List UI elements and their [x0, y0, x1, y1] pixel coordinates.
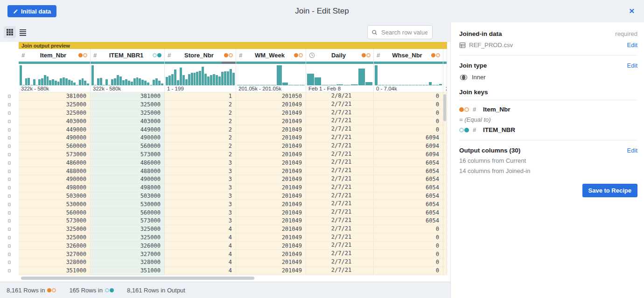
- save-to-recipe-button[interactable]: Save to Recipe: [582, 184, 638, 197]
- cell[interactable]: 0: [374, 225, 443, 234]
- cell[interactable]: 6054: [374, 175, 443, 184]
- column-histogram[interactable]: [91, 64, 164, 85]
- cell[interactable]: [443, 225, 447, 234]
- cell[interactable]: 573000: [19, 151, 91, 159]
- vertical-scrollbar[interactable]: [443, 94, 446, 121]
- cell[interactable]: 6094: [374, 151, 443, 159]
- column-header[interactable]: #WM_Week: [236, 49, 306, 62]
- cell[interactable]: 488000: [19, 167, 91, 175]
- edit-join-type-link[interactable]: Edit: [627, 62, 637, 69]
- cell[interactable]: 2/7/21: [306, 200, 374, 208]
- cell[interactable]: 0: [374, 109, 443, 118]
- cell[interactable]: 201049: [236, 125, 306, 134]
- edit-output-columns-link[interactable]: Edit: [627, 147, 637, 154]
- column-histogram[interactable]: [236, 64, 306, 85]
- cell[interactable]: 449000: [91, 125, 165, 134]
- cell[interactable]: [443, 217, 447, 225]
- cell[interactable]: 201050: [236, 92, 306, 101]
- cell[interactable]: 4: [165, 250, 236, 258]
- cell[interactable]: 201049: [236, 184, 306, 192]
- cell[interactable]: [443, 234, 447, 242]
- cell[interactable]: 2/7/21: [306, 217, 374, 225]
- cell[interactable]: 498000: [19, 184, 91, 192]
- cell[interactable]: 573000: [91, 151, 165, 159]
- cell[interactable]: 573000: [19, 217, 91, 225]
- cell[interactable]: 325000: [19, 234, 91, 242]
- cell[interactable]: 2/7/21: [306, 134, 374, 142]
- cell[interactable]: 3: [165, 159, 236, 167]
- cell[interactable]: 201049: [236, 151, 306, 159]
- cell[interactable]: 3: [165, 208, 236, 217]
- cell[interactable]: 0: [374, 101, 443, 109]
- cell[interactable]: 0: [374, 125, 443, 134]
- cell[interactable]: 201049: [236, 134, 306, 142]
- cell[interactable]: 403000: [91, 117, 165, 125]
- cell[interactable]: 326000: [19, 242, 91, 250]
- cell[interactable]: [443, 159, 447, 167]
- cell[interactable]: 3: [165, 167, 236, 175]
- cell[interactable]: 4: [165, 267, 236, 275]
- column-header[interactable]: R: [443, 49, 447, 62]
- cell[interactable]: 4: [165, 225, 236, 234]
- cell[interactable]: 351000: [19, 267, 91, 275]
- cell[interactable]: [443, 208, 447, 217]
- cell[interactable]: 2/7/21: [306, 151, 374, 159]
- data-quality-bar[interactable]: [443, 62, 447, 64]
- data-quality-bar[interactable]: [165, 62, 236, 64]
- cell[interactable]: 2/7/21: [306, 250, 374, 258]
- cell[interactable]: 573000: [91, 217, 165, 225]
- cell[interactable]: 6094: [374, 134, 443, 142]
- cell[interactable]: 2/7/21: [306, 109, 374, 118]
- cell[interactable]: 4: [165, 258, 236, 267]
- cell[interactable]: 325000: [91, 225, 165, 234]
- cell[interactable]: 449000: [19, 125, 91, 134]
- cell[interactable]: 490000: [91, 175, 165, 184]
- cell[interactable]: 325000: [91, 101, 165, 109]
- column-header[interactable]: #Store_Nbr: [165, 49, 236, 62]
- cell[interactable]: 498000: [91, 184, 165, 192]
- cell[interactable]: 201049: [236, 267, 306, 275]
- cell[interactable]: 2: [165, 142, 236, 151]
- cell[interactable]: [443, 125, 447, 134]
- cell[interactable]: 2/7/21: [306, 117, 374, 125]
- cell[interactable]: 6054: [374, 208, 443, 217]
- cell[interactable]: 201049: [236, 142, 306, 151]
- cell[interactable]: 201049: [236, 200, 306, 208]
- cell[interactable]: 328000: [91, 258, 165, 267]
- cell[interactable]: 6054: [374, 200, 443, 208]
- cell[interactable]: 381000: [19, 92, 91, 101]
- cell[interactable]: 4: [165, 242, 236, 250]
- cell[interactable]: 560000: [19, 142, 91, 151]
- cell[interactable]: 4: [165, 234, 236, 242]
- data-quality-bar[interactable]: [374, 62, 443, 64]
- column-header[interactable]: Daily: [306, 49, 373, 62]
- cell[interactable]: 2/7/21: [306, 167, 374, 175]
- cell[interactable]: 201049: [236, 192, 306, 201]
- cell[interactable]: 0: [374, 234, 443, 242]
- cell[interactable]: 6054: [374, 217, 443, 225]
- cell[interactable]: [443, 167, 447, 175]
- cell[interactable]: 2/8/21: [306, 92, 374, 101]
- cell[interactable]: 0: [374, 267, 443, 275]
- cell[interactable]: [443, 250, 447, 258]
- cell[interactable]: 2: [165, 109, 236, 118]
- cell[interactable]: 3: [165, 175, 236, 184]
- cell[interactable]: 6054: [374, 159, 443, 167]
- cell[interactable]: 201049: [236, 225, 306, 234]
- cell[interactable]: 327000: [91, 250, 165, 258]
- cell[interactable]: 201049: [236, 117, 306, 125]
- cell[interactable]: 3: [165, 184, 236, 192]
- cell[interactable]: 0: [374, 92, 443, 101]
- cell[interactable]: 2/7/21: [306, 159, 374, 167]
- cell[interactable]: 325000: [19, 109, 91, 118]
- cell[interactable]: 2/7/21: [306, 184, 374, 192]
- cell[interactable]: 2/7/21: [306, 242, 374, 250]
- cell[interactable]: 2/7/21: [306, 234, 374, 242]
- column-histogram[interactable]: [306, 64, 373, 85]
- cell[interactable]: 0: [374, 242, 443, 250]
- cell[interactable]: 6054: [374, 192, 443, 201]
- cell[interactable]: 3: [165, 217, 236, 225]
- cell[interactable]: 2: [165, 101, 236, 109]
- cell[interactable]: 6054: [374, 167, 443, 175]
- cell[interactable]: [443, 242, 447, 250]
